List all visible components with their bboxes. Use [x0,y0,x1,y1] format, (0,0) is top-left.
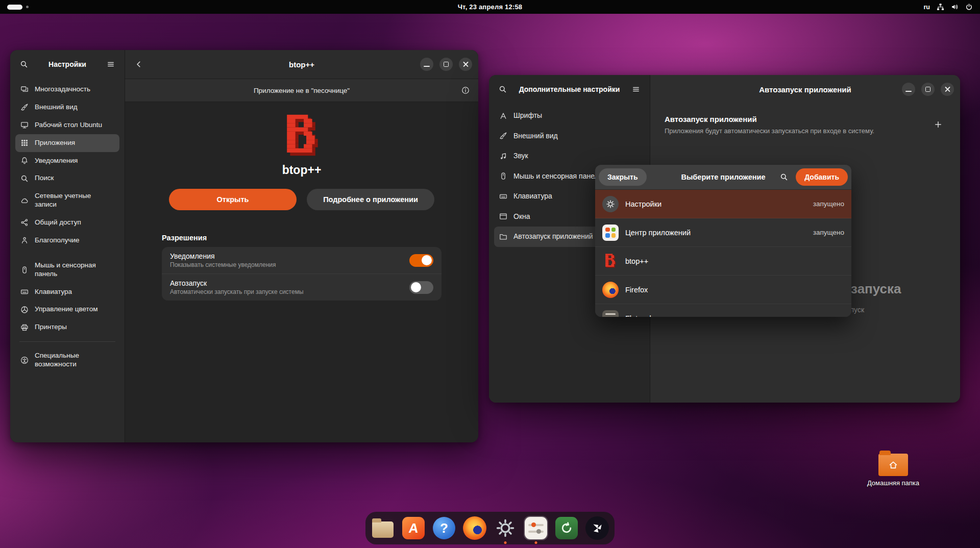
sandbox-info-button[interactable] [458,83,473,98]
app-row-app-center[interactable]: Центр приложений запущено [595,218,851,247]
sidebar-item-label: Автозапуск приложений [513,232,593,241]
autostart-icon [499,233,507,241]
sidebar-item-label: Шрифты [513,111,542,120]
btop-pixel-logo [604,254,617,268]
sidebar-item-accessibility[interactable]: Специальные возможности [15,347,119,373]
home-folder-desktop-icon[interactable]: Домашняя папка [863,454,924,487]
sidebar-item-ubuntu-desktop[interactable]: Рабочий стол Ubuntu [15,116,119,134]
app-row-btop[interactable]: btop++ [595,247,851,276]
minimize-button[interactable] [902,83,915,96]
files-icon [372,521,394,538]
sidebar-item-label: Рабочий стол Ubuntu [35,121,102,130]
sidebar-item-appearance[interactable]: Внешний вид [15,98,119,116]
dock [365,512,615,544]
appearance-icon [20,103,29,111]
settings-sidebar-list: Многозадачность Внешний вид Рабочий стол… [10,79,125,376]
sidebar-item-label: Внешний вид [513,132,558,141]
permissions-section: Разрешения Уведомления Показывать систем… [162,234,442,301]
app-row-name: Firefox [625,286,648,294]
app-row-firefox[interactable]: Firefox [595,276,851,304]
app-details-page: btop++ Открыть Подробнее о приложении Ра… [125,102,478,442]
sidebar-item-multitasking[interactable]: Многозадачность [15,81,119,98]
autostart-header-row: Автозапуск приложений Приложения будут а… [665,115,946,135]
sidebar-item-wellbeing[interactable]: Благополучие [15,232,119,250]
workspace-indicator[interactable] [7,5,119,10]
settings-sidebar: Настройки Многозадачность Внешний вид Ра… [10,50,125,442]
dock-item-app-center[interactable] [401,516,426,540]
sidebar-item-search[interactable]: Поиск [15,169,119,187]
add-autostart-button[interactable] [930,117,946,132]
tweaks-sidebar-title: Дополнительные настройки [513,85,625,93]
sidebar-item-label: Звук [513,152,528,161]
system-status-area[interactable]: ru [861,3,973,11]
sidebar-item-fonts[interactable]: Шрифты [494,106,645,126]
app-details-button[interactable]: Подробнее о приложении [307,189,434,210]
dock-item-software-updater[interactable] [554,516,579,540]
app-row-settings[interactable]: Настройки запущено [595,190,851,218]
sidebar-item-appearance[interactable]: Внешний вид [494,126,645,146]
sidebar-item-color[interactable]: Управление цветом [15,301,119,318]
hamburger-menu-icon [632,85,640,93]
back-button[interactable] [131,57,146,72]
sidebar-item-label: Мышь и сенсорная панель [513,172,602,181]
pinwheel-icon [591,521,604,535]
sidebar-item-printers[interactable]: Принтеры [15,318,119,336]
sidebar-item-online-accounts[interactable]: Сетевые учетные записи [15,187,119,214]
app-row-status: запущено [813,200,844,208]
window-icon [499,212,507,220]
chevron-left-icon [135,60,143,68]
main-menu-button[interactable] [103,57,118,72]
color-icon [20,306,29,314]
dialog-search-button[interactable] [776,169,792,185]
info-icon [461,86,470,94]
sandbox-banner-text: Приложение не в "песочнице" [254,87,350,94]
dock-item-help[interactable] [432,516,456,540]
dock-item-firefox[interactable] [462,516,487,540]
permission-row-autostart: Автозапуск Автоматически запускать при з… [162,273,442,301]
minimize-button[interactable] [420,58,433,71]
app-actions: Открыть Подробнее о приложении [169,189,434,210]
dialog-add-button[interactable]: Добавить [796,168,848,186]
sandbox-banner: Приложение не в "песочнице" [125,79,478,102]
dock-item-show-apps[interactable] [585,516,609,540]
sidebar-item-label: Уведомления [35,157,78,165]
sidebar-item-label: Клавиатура [513,192,552,201]
search-icon [20,175,29,183]
sidebar-item-apps[interactable]: Приложения [15,134,119,152]
keyboard-layout-indicator[interactable]: ru [924,4,930,11]
settings-content: btop++ Приложение не в "песочнице" btop+… [125,50,478,442]
close-button[interactable] [941,83,954,96]
close-button[interactable] [459,58,472,71]
main-menu-button[interactable] [628,82,644,97]
workspace-dot [26,6,29,8]
sidebar-item-mouse[interactable]: Мышь и сенсорная панель [15,257,119,283]
dialog-close-button[interactable]: Закрыть [599,168,647,186]
tweaks-headerbar: Автозапуск приложений [650,75,960,104]
sidebar-item-label: Внешний вид [35,103,78,112]
dock-item-files[interactable] [371,516,395,540]
maximize-button[interactable] [439,58,453,71]
autostart-toggle[interactable] [409,281,433,294]
notifications-toggle[interactable] [409,254,433,267]
sidebar-item-notifications[interactable]: Уведомления [15,152,119,170]
settings-sidebar-title: Настройки [35,60,100,68]
permission-title: Уведомления [170,252,276,260]
sidebar-item-sharing[interactable]: Общий доступ [15,214,119,232]
maximize-button[interactable] [921,83,935,96]
open-button[interactable]: Открыть [169,189,297,210]
settings-gear-icon [602,196,619,212]
search-button[interactable] [16,57,32,72]
clock[interactable]: Чт, 23 апреля 12:58 [119,3,861,11]
dock-item-settings[interactable] [493,516,518,540]
dock-item-tweaks[interactable] [524,516,548,540]
app-row-flatseal[interactable]: Flatseal [595,304,851,317]
search-button[interactable] [495,82,510,97]
search-icon [780,173,788,181]
app-row-status: запущено [813,229,844,236]
sidebar-item-keyboard[interactable]: Клавиатура [15,283,119,301]
sidebar-item-sound[interactable]: Звук [494,146,645,166]
tweaks-icon [525,517,547,539]
bell-icon [20,157,29,165]
sidebar-item-label: Многозадачность [35,85,90,94]
appearance-icon [499,132,507,140]
